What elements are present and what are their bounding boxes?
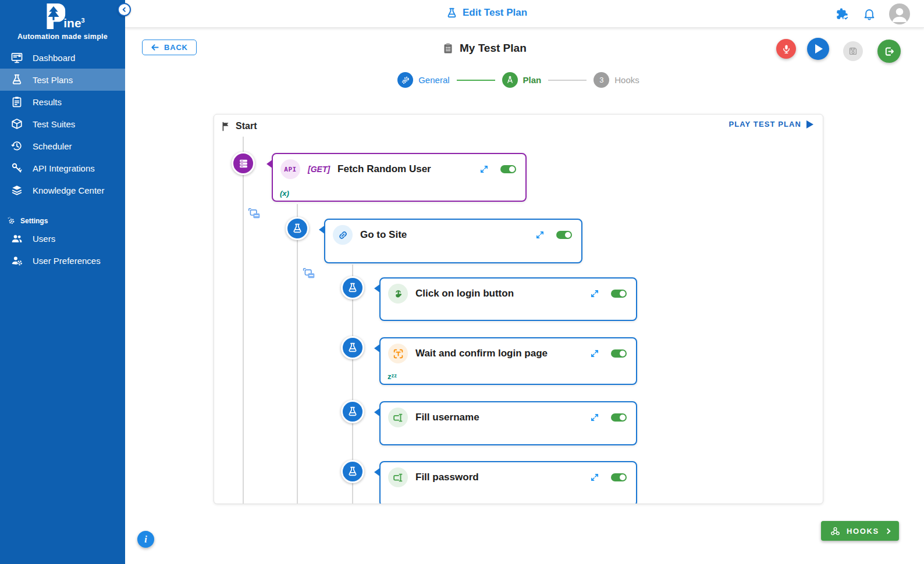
flow-node-wait-confirm-login[interactable]: Wait and confirm login page zᶻᶻ — [379, 337, 637, 385]
expand-icon[interactable] — [590, 289, 599, 298]
step-label: Plan — [523, 75, 542, 85]
step-label: General — [418, 75, 449, 85]
test-step-circle[interactable] — [341, 336, 364, 359]
play-button[interactable] — [807, 38, 829, 60]
sidebar-item-test-plans[interactable]: Test Plans — [0, 69, 125, 91]
compass-icon — [502, 72, 518, 88]
top-bar: Edit Test Plan — [125, 0, 924, 28]
step-number-badge: 3 — [594, 72, 609, 88]
sidebar-item-label: Test Suites — [33, 119, 75, 129]
node-pointer — [374, 467, 381, 477]
node-pointer — [266, 159, 273, 169]
node-title: Wait and confirm login page — [415, 348, 548, 359]
play-icon — [806, 120, 813, 128]
hooks-button[interactable]: HOOKS — [821, 521, 899, 541]
dashboard-icon — [11, 52, 23, 63]
sidebar-item-label: Test Plans — [33, 75, 73, 85]
gear-icon — [7, 216, 16, 225]
save-exit-button[interactable] — [877, 40, 901, 63]
test-step-circle[interactable] — [286, 217, 309, 240]
input-field-icon — [388, 408, 408, 427]
step-label: Hooks — [614, 75, 639, 85]
avatar[interactable] — [889, 3, 910, 24]
flask-icon — [347, 406, 358, 417]
node-pointer — [374, 408, 381, 417]
sidebar-item-results[interactable]: Results — [0, 91, 125, 113]
enabled-toggle[interactable] — [611, 413, 627, 422]
flow-line-level1 — [243, 137, 244, 504]
test-step-circle[interactable] — [341, 460, 364, 483]
microphone-button[interactable] — [776, 39, 796, 59]
api-server-icon — [238, 158, 249, 169]
sidebar-item-scheduler[interactable]: Scheduler — [0, 135, 125, 157]
expand-icon[interactable] — [590, 349, 599, 358]
flask-icon — [347, 466, 358, 477]
flow-node-go-to-site[interactable]: Go to Site — [324, 219, 582, 263]
flow-node-fill-password[interactable]: Fill password — [379, 461, 637, 504]
results-clipboard-icon — [11, 96, 23, 108]
gears-icon — [397, 72, 413, 88]
clipboard-icon — [442, 42, 454, 54]
sidebar-item-knowledge-center[interactable]: Knowledge Center — [0, 179, 125, 201]
http-method: [GET] — [308, 165, 330, 174]
step-hooks[interactable]: 3 Hooks — [594, 72, 639, 88]
flow-node-fill-username[interactable]: Fill username — [379, 401, 637, 445]
enabled-toggle[interactable] — [556, 231, 572, 239]
settings-label: Settings — [20, 217, 48, 225]
api-step-circle[interactable] — [232, 152, 255, 175]
flask-icon — [11, 74, 23, 85]
keys-icon — [11, 162, 23, 174]
enabled-toggle[interactable] — [500, 165, 516, 173]
sidebar-collapse-button[interactable] — [118, 3, 131, 16]
api-badge: API — [280, 159, 300, 179]
step-plan[interactable]: Plan — [502, 72, 542, 88]
link-icon — [333, 225, 353, 245]
play-test-plan-button[interactable]: PLAY TEST PLAN — [729, 120, 813, 128]
sidebar-item-user-preferences[interactable]: User Preferences — [0, 249, 125, 272]
sidebar-item-label: User Preferences — [33, 256, 101, 266]
puzzle-check-icon[interactable] — [834, 6, 850, 22]
cube-icon — [11, 118, 23, 130]
flow-node-fetch-random-user[interactable]: API [GET] Fetch Random User (x) — [272, 153, 527, 202]
save-exit-icon — [884, 46, 895, 57]
back-button[interactable]: BACK — [142, 40, 197, 55]
brand-logo: ine3 — [0, 0, 125, 30]
chevron-right-icon — [884, 528, 890, 534]
enabled-toggle[interactable] — [611, 349, 627, 358]
sidebar-item-dashboard[interactable]: Dashboard — [0, 47, 125, 69]
chevron-left-icon — [121, 6, 127, 13]
brand-tagline: Automation made simple — [0, 30, 125, 47]
flow-node-click-login[interactable]: Click on login button — [379, 277, 637, 321]
duplicate-icon[interactable] — [303, 267, 315, 280]
play-icon — [815, 44, 823, 53]
sidebar-item-test-suites[interactable]: Test Suites — [0, 113, 125, 135]
expand-icon[interactable] — [590, 473, 599, 482]
webhook-icon — [830, 526, 840, 536]
sidebar-item-label: Results — [33, 97, 62, 107]
start-marker: Start — [221, 121, 257, 131]
floppy-icon — [848, 47, 858, 56]
duplicate-icon[interactable] — [248, 208, 261, 220]
history-clock-icon — [11, 140, 23, 152]
test-step-circle[interactable] — [341, 400, 364, 423]
info-button[interactable]: i — [137, 531, 154, 548]
user-silhouette-icon — [889, 3, 910, 24]
enabled-toggle[interactable] — [611, 473, 627, 481]
input-field-icon — [388, 467, 408, 487]
arrow-left-icon — [151, 43, 159, 52]
sidebar-item-users[interactable]: Users — [0, 227, 125, 249]
save-button-disabled[interactable] — [843, 41, 863, 61]
expand-icon[interactable] — [590, 413, 599, 422]
expand-icon[interactable] — [535, 230, 545, 240]
node-title: Fill password — [415, 472, 479, 483]
step-general[interactable]: General — [397, 72, 449, 88]
flag-icon — [221, 122, 231, 131]
test-step-circle[interactable] — [341, 276, 364, 299]
expand-icon[interactable] — [479, 165, 489, 174]
flow-canvas: Start PLAY TEST PLAN — [214, 114, 823, 504]
sidebar-item-api-integrations[interactable]: API Integrations — [0, 157, 125, 179]
enabled-toggle[interactable] — [611, 290, 627, 298]
brand-name: ine3 — [63, 17, 84, 29]
bell-icon[interactable] — [862, 7, 876, 21]
user-gear-icon — [11, 255, 23, 266]
